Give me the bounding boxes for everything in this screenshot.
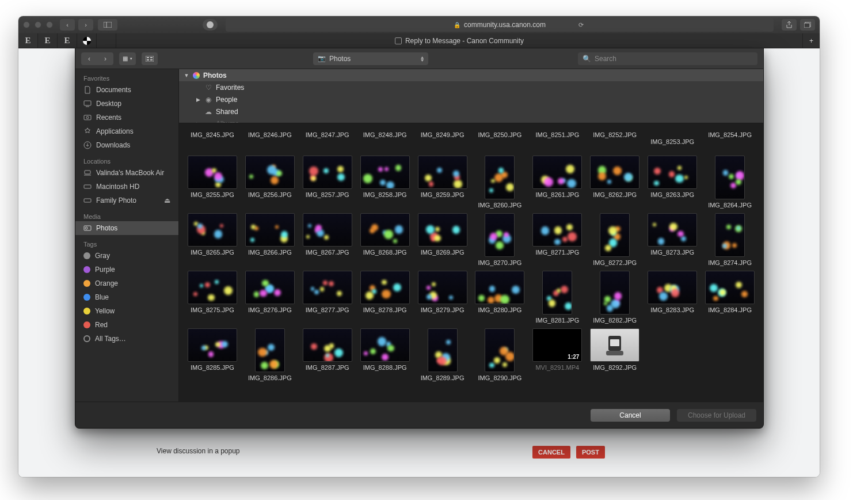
file-item[interactable]: IMG_8277.JPG — [303, 271, 352, 324]
file-item[interactable]: IMG_8270.JPG — [475, 213, 524, 266]
view-mode-picker[interactable]: ▦▾ — [119, 52, 136, 65]
file-item[interactable]: IMG_8271.JPG — [532, 213, 582, 266]
dialog-forward[interactable]: › — [97, 52, 113, 65]
file-item[interactable]: IMG_8259.JPG — [418, 156, 467, 209]
pinned-tab-3[interactable] — [77, 33, 97, 48]
file-item[interactable]: IMG_8285.JPG — [188, 328, 237, 381]
file-item[interactable]: IMG_8276.JPG — [245, 271, 295, 324]
tabs-button[interactable] — [800, 19, 815, 31]
file-item[interactable]: IMG_8265.JPG — [188, 213, 237, 266]
cancel-button[interactable]: Cancel — [591, 409, 670, 422]
sidebar-applications[interactable]: Applications — [75, 124, 178, 138]
file-item[interactable]: IMG_8272.JPG — [590, 213, 639, 266]
sidebar-tag-gray[interactable]: Gray — [75, 249, 178, 263]
file-item[interactable]: IMG_8287.JPG — [303, 328, 352, 381]
sidebar-family-photo[interactable]: Family Photo⏏ — [75, 194, 178, 207]
pinned-tab-1[interactable]: E — [38, 33, 58, 48]
group-by-button[interactable] — [142, 52, 158, 65]
file-item[interactable]: IMG_8255.JPG — [188, 156, 237, 209]
sidebar-macbook[interactable]: Valinda's MacBook Air — [75, 166, 178, 180]
eject-icon[interactable]: ⏏ — [164, 196, 170, 204]
sidebar-tag-blue[interactable]: Blue — [75, 290, 178, 304]
pinned-tab-0[interactable]: E — [18, 33, 38, 48]
file-item[interactable]: IMG_8250.JPG — [475, 123, 524, 145]
file-item[interactable]: IMG_8252.JPG — [590, 123, 639, 145]
sidebar-photos[interactable]: Photos — [75, 221, 178, 235]
file-item[interactable]: IMG_8261.JPG — [532, 156, 582, 209]
sidebar-all-tags[interactable]: All Tags… — [75, 332, 178, 346]
file-item[interactable]: IMG_8267.JPG — [303, 213, 352, 266]
file-item[interactable]: IMG_8284.JPG — [705, 271, 755, 324]
file-item[interactable]: 1:27MVI_8291.MP4 — [532, 328, 582, 381]
tree-people[interactable]: ▶◉People — [179, 93, 763, 105]
file-item[interactable]: IMG_8273.JPG — [648, 213, 697, 266]
file-item[interactable]: IMG_8262.JPG — [590, 156, 639, 209]
file-item[interactable]: IMG_8263.JPG — [648, 156, 697, 209]
sidebar-tag-yellow[interactable]: Yellow — [75, 304, 178, 318]
form-cancel-button[interactable]: CANCEL — [532, 446, 570, 459]
file-item[interactable]: IMG_8247.JPG — [303, 123, 352, 145]
file-item[interactable]: IMG_8264.JPG — [705, 156, 755, 209]
pinned-tab-2[interactable]: E — [58, 33, 77, 48]
thumbnail — [648, 271, 697, 304]
sidebar-documents[interactable]: Documents — [75, 83, 178, 97]
file-item[interactable]: IMG_8251.JPG — [532, 123, 582, 145]
file-item[interactable]: IMG_8292.JPG — [590, 328, 639, 381]
file-item[interactable]: IMG_8258.JPG — [360, 156, 410, 209]
file-item[interactable]: IMG_8249.JPG — [418, 123, 467, 145]
file-item[interactable]: IMG_8281.JPG — [532, 271, 582, 324]
file-item[interactable]: IMG_8282.JPG — [590, 271, 639, 324]
file-item[interactable]: IMG_8286.JPG — [245, 328, 295, 381]
file-item[interactable]: IMG_8275.JPG — [188, 271, 237, 324]
choose-for-upload-button[interactable]: Choose for Upload — [677, 409, 756, 422]
file-item[interactable]: IMG_8246.JPG — [245, 123, 295, 145]
tree-favorites[interactable]: ♡Favorites — [179, 81, 763, 93]
file-item[interactable]: IMG_8274.JPG — [705, 213, 755, 266]
file-item[interactable]: IMG_8256.JPG — [245, 156, 295, 209]
sidebar-toggle[interactable] — [98, 19, 117, 31]
sidebar-downloads[interactable]: Downloads — [75, 138, 178, 152]
file-item[interactable]: IMG_8280.JPG — [475, 271, 524, 324]
reload-icon[interactable]: ⟳ — [578, 21, 584, 29]
sidebar-recents[interactable]: Recents — [75, 111, 178, 124]
file-item[interactable]: IMG_8278.JPG — [360, 271, 410, 324]
back-button[interactable]: ‹ — [60, 19, 75, 31]
sidebar-tag-purple[interactable]: Purple — [75, 263, 178, 276]
file-item[interactable]: IMG_8248.JPG — [360, 123, 410, 145]
pinned-tab-4[interactable] — [97, 33, 116, 48]
close-window[interactable] — [23, 21, 30, 28]
file-item[interactable]: IMG_8253.JPG — [648, 123, 697, 145]
search-field[interactable]: 🔍 Search — [578, 52, 757, 65]
form-post-button[interactable]: POST — [576, 446, 605, 459]
file-item[interactable]: IMG_8245.JPG — [188, 123, 237, 145]
file-item[interactable]: IMG_8279.JPG — [418, 271, 467, 324]
file-item[interactable]: IMG_8269.JPG — [418, 213, 467, 266]
file-item[interactable]: IMG_8288.JPG — [360, 328, 410, 381]
new-tab-button[interactable]: + — [802, 33, 820, 48]
sidebar-tag-orange[interactable]: Orange — [75, 276, 178, 290]
tree-shared[interactable]: ☁Shared — [179, 105, 763, 118]
share-button[interactable] — [782, 19, 797, 31]
file-item[interactable]: IMG_8268.JPG — [360, 213, 410, 266]
sidebar-desktop[interactable]: Desktop — [75, 97, 178, 111]
tree-albums[interactable]: ▶▭Albums — [179, 118, 763, 123]
path-popup[interactable]: 📷 Photos ▴▾ — [313, 52, 428, 65]
sidebar-tag-red[interactable]: Red — [75, 318, 178, 332]
reader-toggle[interactable] — [203, 19, 218, 31]
file-item[interactable]: IMG_8260.JPG — [475, 156, 524, 209]
forward-button[interactable]: › — [78, 19, 93, 31]
view-discussion-link[interactable]: View discussion in a popup — [157, 447, 240, 455]
file-item[interactable]: IMG_8266.JPG — [245, 213, 295, 266]
file-item[interactable]: IMG_8289.JPG — [418, 328, 467, 381]
active-tab[interactable]: Reply to Message - Canon Community — [116, 33, 802, 48]
file-item[interactable]: IMG_8254.JPG — [705, 123, 755, 145]
dialog-back[interactable]: ‹ — [81, 52, 97, 65]
zoom-window[interactable] — [46, 21, 53, 28]
url-bar[interactable]: 🔒 community.usa.canon.com ⟳ — [226, 18, 774, 32]
sidebar-macintosh-hd[interactable]: Macintosh HD — [75, 180, 178, 194]
file-item[interactable]: IMG_8290.JPG — [475, 328, 524, 381]
minimize-window[interactable] — [35, 21, 41, 28]
file-item[interactable]: IMG_8257.JPG — [303, 156, 352, 209]
file-item[interactable]: IMG_8283.JPG — [648, 271, 697, 324]
tree-photos[interactable]: ▼Photos — [179, 69, 763, 81]
